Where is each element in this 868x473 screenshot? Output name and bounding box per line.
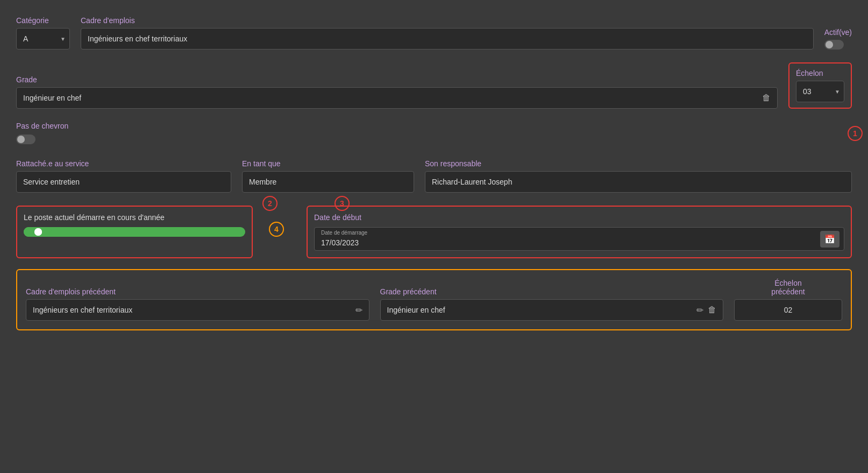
categorie-label: Catégorie [16, 16, 70, 25]
categorie-select-wrapper[interactable]: A B C [16, 28, 70, 50]
categorie-select[interactable]: A B C [16, 28, 70, 50]
poste-actuel-toggle[interactable]: ✓ [24, 227, 245, 237]
date-value: 17/03/2023 [321, 238, 820, 247]
grade-precedent-edit-button[interactable]: ✏ [694, 303, 706, 317]
grade-precedent-delete-button[interactable]: 🗑 [706, 303, 718, 317]
poste-actuel-check-icon: ✓ [46, 227, 53, 237]
poste-actuel-box: Le poste actuel démarre en cours d'année… [16, 206, 253, 258]
grade-precedent-wrapper: Ingénieur en chef ✏ 🗑 [380, 299, 724, 321]
row-poste-date: Le poste actuel démarre en cours d'année… [16, 206, 852, 258]
cadre-precedent-wrapper: Ingénieurs en chef territoriaux ✏ [26, 299, 369, 321]
cadre-emplois-group: Cadre d'emplois [81, 16, 814, 50]
en-tant-que-group: En tant que [242, 159, 414, 193]
date-field-container: Date de démarrage 17/03/2023 📅 [314, 227, 844, 251]
row-previous: Cadre d'emplois précédent Ingénieurs en … [26, 279, 842, 321]
annotation-circle-1: 1 [848, 126, 863, 141]
en-tant-que-input[interactable] [242, 171, 414, 193]
calendar-button[interactable]: 📅 [820, 231, 839, 248]
actif-group: Actif(ve) [824, 28, 852, 50]
categorie-group: Catégorie A B C [16, 16, 70, 50]
form-container: Catégorie A B C Cadre d'emplois Actif(ve… [16, 16, 852, 330]
grade-label: Grade [16, 75, 778, 84]
responsable-group: Son responsable [425, 159, 852, 193]
row-grade: Grade Ingénieur en chef 🗑 Échelon 03 01 … [16, 62, 852, 109]
grade-group: Grade Ingénieur en chef 🗑 [16, 75, 778, 109]
pas-chevron-knob [17, 136, 25, 143]
grade-precedent-label: Grade précédent [380, 287, 724, 296]
responsable-label: Son responsable [425, 159, 852, 168]
echelon-precedent-label: Échelonprécédent [734, 279, 842, 296]
grade-precedent-value: Ingénieur en chef [387, 306, 695, 314]
row-service: Rattaché.e au service En tant que Son re… [16, 159, 852, 193]
previous-section-box: Cadre d'emplois précédent Ingénieurs en … [16, 269, 852, 330]
poste-actuel-toggle-knob [34, 228, 42, 236]
grade-precedent-group: Grade précédent Ingénieur en chef ✏ 🗑 [380, 287, 724, 321]
annotation-circle-3: 3 [335, 196, 350, 211]
grade-delete-button[interactable]: 🗑 [760, 91, 773, 105]
cadre-precedent-edit-button[interactable]: ✏ [353, 303, 365, 317]
responsable-input[interactable] [425, 171, 852, 193]
echelon-precedent-input[interactable] [734, 299, 842, 321]
poste-actuel-toggle-track [24, 227, 43, 237]
row-categorie: Catégorie A B C Cadre d'emplois Actif(ve… [16, 16, 852, 50]
cadre-precedent-value: Ingénieurs en chef territoriaux [33, 306, 353, 314]
date-demarrage-label: Date de démarrage [321, 230, 367, 236]
echelon-select-wrapper[interactable]: 03 01 02 04 [796, 81, 844, 102]
grade-input-wrapper: Ingénieur en chef 🗑 [16, 87, 778, 109]
rattache-service-group: Rattaché.e au service [16, 159, 231, 193]
en-tant-que-label: En tant que [242, 159, 414, 168]
echelon-label: Échelon [796, 69, 844, 77]
actif-toggle[interactable] [824, 40, 844, 50]
actif-label: Actif(ve) [824, 28, 852, 37]
cadre-emplois-input[interactable] [81, 28, 814, 50]
echelon-select[interactable]: 03 01 02 04 [796, 81, 844, 102]
rattache-service-label: Rattaché.e au service [16, 159, 231, 168]
annotation-1-area: 1 [848, 126, 863, 141]
rattache-service-input[interactable] [16, 171, 231, 193]
actif-toggle-knob [826, 41, 833, 48]
poste-actuel-label: Le poste actuel démarre en cours d'année [24, 213, 245, 222]
cadre-precedent-label: Cadre d'emplois précédent [26, 287, 369, 296]
annotation-4-area: 4 [264, 206, 296, 258]
grade-value: Ingénieur en chef [23, 94, 760, 102]
pas-chevron-toggle[interactable] [16, 135, 35, 144]
cadre-precedent-group: Cadre d'emplois précédent Ingénieurs en … [26, 287, 369, 321]
row-pas-chevron: Pas de chevron [16, 122, 852, 144]
pas-chevron-label: Pas de chevron [16, 122, 68, 130]
annotation-circle-4: 4 [269, 222, 284, 237]
date-debut-label: Date de début [314, 213, 844, 222]
date-debut-box: Date de début Date de démarrage 17/03/20… [307, 206, 852, 258]
echelon-precedent-group: Échelonprécédent [734, 279, 842, 321]
echelon-highlighted-box: Échelon 03 01 02 04 [788, 62, 852, 109]
cadre-emplois-label: Cadre d'emplois [81, 16, 814, 25]
